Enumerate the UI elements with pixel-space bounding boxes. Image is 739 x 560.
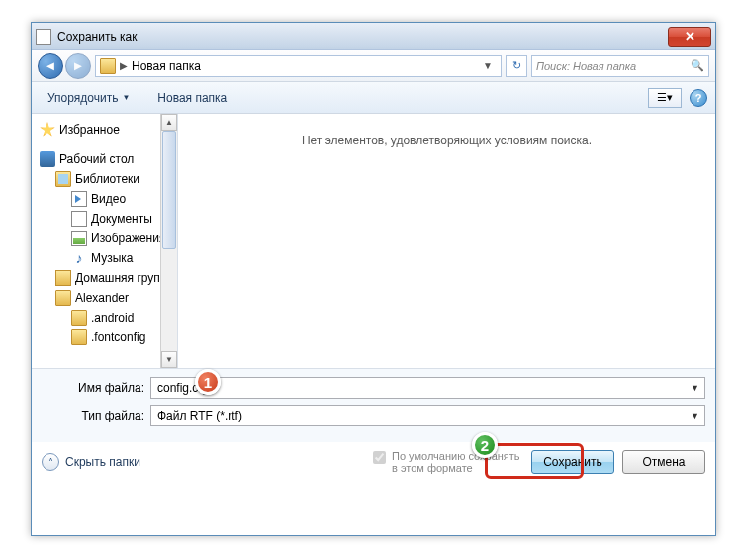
tree-documents[interactable]: Документы [32,209,177,229]
search-input[interactable]: Поиск: Новая папка 🔍 [531,55,709,77]
folder-icon [71,310,87,326]
body: Избранное Рабочий стол Библиотеки Видео … [32,114,715,368]
file-list[interactable]: Нет элементов, удовлетворяющих условиям … [178,114,715,368]
toolbar: Упорядочить ▼ Новая папка ☰▾ ? [32,82,715,114]
save-button[interactable]: Сохранить [531,450,614,474]
document-icon [71,211,87,227]
folder-icon [71,329,87,345]
homegroup-icon [55,270,71,286]
save-as-dialog: Сохранить как ✕ ◄ ► ▶ Новая папка ▼ ↻ По… [31,22,716,536]
hide-folders-toggle[interactable]: ˄ Скрыть папки [42,453,140,471]
music-icon: ♪ [71,250,87,266]
scroll-down-button[interactable]: ▼ [161,351,177,368]
chevron-right-icon: ▶ [120,60,128,71]
app-icon [36,29,51,45]
tree-desktop[interactable]: Рабочий стол [32,149,177,169]
tree-folder-fontconfig[interactable]: .fontconfig [32,327,177,347]
back-button[interactable]: ◄ [38,53,63,79]
organize-button[interactable]: Упорядочить ▼ [40,87,138,109]
chevron-up-icon: ˄ [42,453,59,471]
view-mode-button[interactable]: ☰▾ [648,88,682,108]
image-icon [71,231,87,246]
empty-message: Нет элементов, удовлетворяющих условиям … [178,134,715,147]
annotation-callout-1: 1 [195,369,221,395]
tree-libraries[interactable]: Библиотеки [32,169,177,189]
forward-button[interactable]: ► [65,53,91,79]
help-button[interactable]: ? [690,89,707,107]
video-icon [71,191,87,207]
file-fields: Имя файла: ▼ Тип файла: ▼ [32,368,715,442]
titlebar[interactable]: Сохранить как ✕ [32,23,715,50]
user-folder-icon [55,290,71,306]
default-format-checkbox: По умолчанию сохранять в этом формате [373,450,521,474]
filename-label: Имя файла: [42,381,150,395]
scroll-up-button[interactable]: ▲ [161,114,177,131]
search-icon[interactable]: 🔍 [691,59,704,72]
nav-bar: ◄ ► ▶ Новая папка ▼ ↻ Поиск: Новая папка… [32,50,715,82]
libraries-icon [55,171,71,187]
scrollbar-vertical[interactable]: ▲ ▼ [160,114,177,368]
chevron-down-icon[interactable]: ▼ [479,60,497,71]
tree-folder-android[interactable]: .android [32,308,177,327]
tree-favorites[interactable]: Избранное [32,120,177,140]
tree-video[interactable]: Видео [32,189,177,209]
filetype-select[interactable] [150,405,705,426]
desktop-icon [40,151,55,167]
chevron-down-icon: ▼ [122,93,130,102]
filetype-label: Тип файла: [42,409,150,422]
annotation-callout-2: 2 [472,432,498,458]
star-icon [40,122,55,138]
breadcrumb-current[interactable]: Новая папка [132,59,201,73]
filename-input[interactable] [150,377,705,399]
folder-tree[interactable]: Избранное Рабочий стол Библиотеки Видео … [32,114,178,368]
breadcrumb[interactable]: ▶ Новая папка ▼ [95,55,502,77]
cancel-button[interactable]: Отмена [622,450,705,474]
default-format-input [373,451,386,464]
tree-homegroup[interactable]: Домашняя груп [32,268,177,288]
tree-music[interactable]: ♪Музыка [32,248,177,268]
bottom-bar: ˄ Скрыть папки По умолчанию сохранять в … [32,442,715,482]
close-button[interactable]: ✕ [668,27,711,47]
scroll-thumb[interactable] [162,131,176,249]
tree-user[interactable]: Alexander [32,288,177,308]
search-placeholder: Поиск: Новая папка [536,60,636,72]
window-title: Сохранить как [57,30,668,44]
new-folder-button[interactable]: Новая папка [149,87,234,109]
refresh-button[interactable]: ↻ [506,55,527,77]
folder-icon [100,58,116,74]
tree-images[interactable]: Изображения [32,229,177,248]
